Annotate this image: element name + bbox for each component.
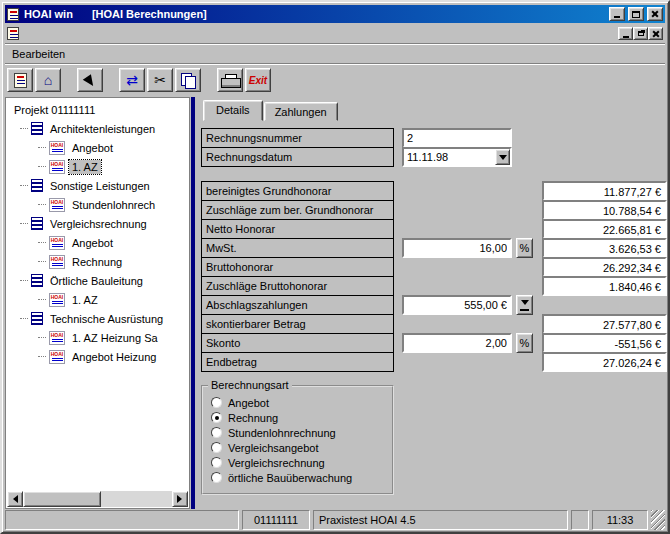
close-button[interactable]: [647, 7, 663, 21]
tools-button[interactable]: [77, 68, 103, 92]
panel-splitter[interactable]: [191, 97, 195, 509]
radio-label: Angebot: [228, 397, 269, 409]
status-project-info: Praxistest HOAI 4.5: [313, 510, 568, 530]
child-close-button[interactable]: [648, 27, 663, 40]
print-button[interactable]: [217, 68, 243, 92]
exit-button[interactable]: Exit: [245, 68, 271, 92]
tree-root-projekt[interactable]: Projekt 01111111: [8, 100, 189, 119]
maximize-button[interactable]: [628, 7, 644, 21]
skonto-label: Skonto: [201, 333, 394, 353]
bruttohonorar-value: 26.292,34 €: [542, 257, 667, 277]
form-row-abschlagszahlungen: Abschlagszahlungen: [201, 295, 667, 315]
statusbar: 01111111 Praxistest HOAI 4.5 11:33: [5, 510, 665, 530]
scroll-right-button[interactable]: [172, 491, 188, 507]
radio-circle-icon: [211, 397, 222, 408]
abschlagszahlungen-input[interactable]: [402, 295, 512, 315]
transfer-button[interactable]: ⇄: [119, 68, 145, 92]
tree-horizontal-scrollbar[interactable]: [7, 491, 188, 507]
tree-node-angebot[interactable]: HOAI Angebot: [8, 138, 189, 157]
home-icon: ⌂: [44, 73, 52, 87]
tree-connector: [20, 280, 28, 281]
mwst-input[interactable]: [402, 238, 512, 258]
radio-stundenlohnrechnung[interactable]: Stundenlohnrechnung: [211, 425, 392, 440]
tree-connector: [20, 318, 28, 319]
arrow-left-icon: [9, 495, 18, 503]
radio-vergleichsrechnung[interactable]: Vergleichsrechnung: [211, 455, 392, 470]
minimize-button[interactable]: [609, 7, 625, 21]
bruttohonorar-label: Bruttohonorar: [201, 257, 394, 277]
radio-circle-icon: [211, 412, 222, 423]
status-panel-empty: [5, 510, 239, 530]
project-tree-panel: Projekt 01111111 Architektenleistungen H…: [5, 97, 190, 509]
tab-bar: Details Zahlungen: [203, 99, 665, 121]
category-icon: [31, 312, 43, 325]
tree-connector: [38, 261, 46, 262]
radio-label: Stundenlohnrechnung: [228, 427, 336, 439]
netto-honorar-label: Netto Honorar: [201, 219, 394, 239]
copy-icon: [181, 73, 196, 87]
radio-label: Vergleichsrechnung: [228, 457, 325, 469]
form-row-mwst: MwSt. % 3.626,53 €: [201, 238, 667, 258]
new-form-button[interactable]: [7, 68, 33, 92]
radio-rechnung[interactable]: Rechnung: [211, 410, 392, 425]
tree-node-bauleitung-1-az[interactable]: HOAI 1. AZ: [8, 290, 189, 309]
rechnungsdatum-dropdown-button[interactable]: [495, 149, 510, 165]
details-pane: Details Zahlungen Rechnungsnummer Rechnu…: [197, 97, 665, 509]
status-clock: 11:33: [592, 510, 648, 530]
chevron-down-icon: [499, 155, 507, 164]
home-button[interactable]: ⌂: [35, 68, 61, 92]
tree-node-vergleichsrechnung[interactable]: Vergleichsrechnung: [8, 214, 189, 233]
abschlagszahlungen-list-button[interactable]: [516, 295, 533, 315]
tree-node-1-az[interactable]: HOAI 1. AZ: [8, 157, 189, 176]
rechnungsnummer-input[interactable]: [402, 128, 512, 148]
form-row-netto-honorar: Netto Honorar 22.665,81 €: [201, 219, 667, 239]
radio-vergleichsangebot[interactable]: Vergleichsangebot: [211, 440, 392, 455]
scrollbar-thumb[interactable]: [23, 491, 101, 507]
tree-node-vergleich-angebot[interactable]: HOAI Angebot: [8, 233, 189, 252]
rechnungsdatum-label: Rechnungsdatum: [201, 147, 394, 167]
radio-circle-icon: [211, 472, 222, 483]
scroll-left-button[interactable]: [7, 491, 23, 507]
zuschlaege-bruttohonorar-value: 1.840,46 €: [542, 276, 667, 296]
printer-icon: [221, 74, 239, 87]
copy-button[interactable]: [175, 68, 201, 92]
tree-node-angebot-heizung[interactable]: HOAI Angebot Heizung: [8, 347, 189, 366]
tree-node-oertliche-bauleitung[interactable]: Örtliche Bauleitung: [8, 271, 189, 290]
child-restore-button[interactable]: [633, 27, 648, 40]
tree-root-label: Projekt 01111111: [11, 103, 98, 117]
hoai-doc-icon: HOAI: [49, 160, 65, 174]
hoai-doc-icon: HOAI: [49, 350, 65, 364]
radio-angebot[interactable]: Angebot: [211, 395, 392, 410]
form-icon: [14, 73, 27, 88]
tree-node-vergleich-rechnung[interactable]: HOAI Rechnung: [8, 252, 189, 271]
resize-grip[interactable]: [651, 510, 665, 530]
tree-node-1-az-heizung[interactable]: HOAI 1. AZ Heizung Sa: [8, 328, 189, 347]
child-minimize-button[interactable]: [618, 27, 633, 40]
hoai-doc-icon: HOAI: [49, 331, 65, 345]
scrollbar-track[interactable]: [23, 491, 172, 507]
cut-button[interactable]: ✂: [147, 68, 173, 92]
zuschlaege-grundhonorar-value: 10.788,54 €: [542, 200, 667, 220]
skonto-input[interactable]: [402, 333, 512, 353]
form-row-rechnungsdatum: Rechnungsdatum: [201, 147, 667, 167]
menu-bearbeiten[interactable]: Bearbeiten: [5, 46, 72, 62]
menubar: Bearbeiten: [5, 45, 665, 64]
tree-connector: [38, 204, 46, 205]
tab-details[interactable]: Details: [203, 100, 263, 121]
transfer-arrows-icon: ⇄: [126, 73, 138, 87]
invoice-form: Rechnungsnummer Rechnungsdatum bereinigt…: [201, 128, 665, 495]
tree-node-stundenlohnrechnung[interactable]: HOAI Stundenlohnrech: [8, 195, 189, 214]
skonto-percent-button[interactable]: %: [516, 333, 533, 353]
endbetrag-label: Endbetrag: [201, 352, 394, 372]
pointer-tools-icon: [83, 74, 98, 89]
tree-connector: [38, 242, 46, 243]
tree-node-architektenleistungen[interactable]: Architektenleistungen: [8, 119, 189, 138]
restore-icon: [638, 31, 644, 36]
tree-node-sonstige-leistungen[interactable]: Sonstige Leistungen: [8, 176, 189, 195]
mwst-percent-button[interactable]: %: [516, 238, 533, 258]
tab-zahlungen[interactable]: Zahlungen: [264, 102, 338, 121]
tree-node-technische-ausruestung[interactable]: Technische Ausrüstung: [8, 309, 189, 328]
radio-oertliche-bauueberwachung[interactable]: örtliche Bauüberwachung: [211, 470, 392, 485]
main-area: Projekt 01111111 Architektenleistungen H…: [5, 95, 665, 509]
form-row-zuschlaege-grundhonorar: Zuschläge zum ber. Grundhonorar 10.788,5…: [201, 200, 667, 220]
